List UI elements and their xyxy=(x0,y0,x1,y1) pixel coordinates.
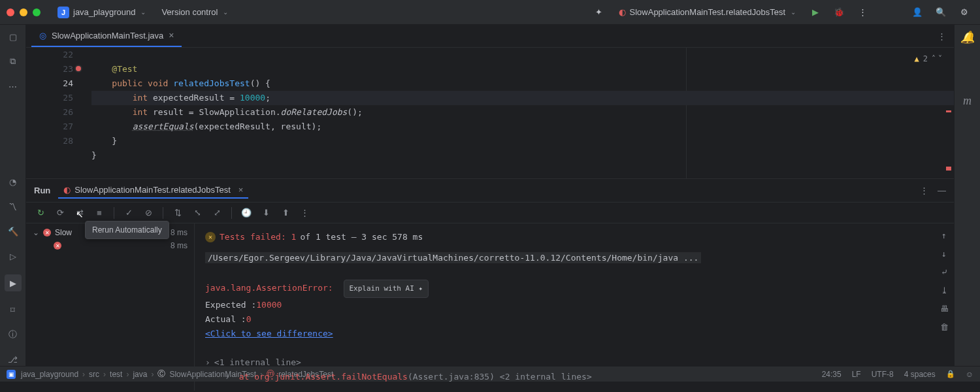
project-tool-icon[interactable]: ▢ xyxy=(7,30,20,43)
graph-tool-icon[interactable]: 〽 xyxy=(7,200,20,213)
close-tab-icon[interactable]: × xyxy=(238,185,244,195)
vcs-label: Version control xyxy=(161,7,218,17)
test-summary: ✕ Tests failed: 1 of 1 test – 3 sec 578 … xyxy=(205,230,943,244)
ai-assist-icon[interactable]: ✦ xyxy=(590,3,608,22)
editor-tab[interactable]: ◎ SlowApplicationMainTest.java × xyxy=(31,25,182,47)
test-tree-label: Slow xyxy=(55,228,72,237)
feedback-icon[interactable]: ☺ xyxy=(966,370,973,379)
scroll-up-icon[interactable]: ↑ xyxy=(938,230,950,242)
close-window[interactable] xyxy=(7,8,14,16)
maximize-window[interactable] xyxy=(33,8,41,16)
expand-all-icon[interactable]: ⤡ xyxy=(191,206,204,220)
rerun-failed-icon[interactable]: ⟳ xyxy=(54,206,67,220)
stop-icon[interactable]: ■ xyxy=(93,206,106,220)
tests-rest-text: of 1 test – 3 sec 578 ms xyxy=(300,230,423,244)
show-passed-icon[interactable]: ✓ xyxy=(122,206,135,220)
profiler-tool-icon[interactable]: ◔ xyxy=(7,175,20,188)
see-difference-link[interactable]: <Click to see difference> xyxy=(205,329,333,338)
run-tab-label: SlowApplicationMainTest.relatedJobsTest xyxy=(74,185,230,195)
test-fail-icon: ◐ xyxy=(63,185,71,195)
test-duration: 8 ms xyxy=(171,241,188,250)
project-selector[interactable]: J java_playground ⌄ xyxy=(52,4,151,21)
more-actions-icon[interactable]: ⋮ xyxy=(853,3,872,22)
print-icon[interactable]: 🖶 xyxy=(938,303,950,315)
code-editor[interactable]: ▲ 2 ˄˅ 22 23 24 25 26 27 28 @Test public… xyxy=(26,48,954,178)
more-tool-icon[interactable]: ⋯ xyxy=(7,80,20,93)
scroll-down-icon[interactable]: ↓ xyxy=(938,248,950,260)
breakpoint-icon[interactable] xyxy=(74,65,82,73)
terminal-tool-icon[interactable]: ⌑ xyxy=(7,303,20,316)
more-icon[interactable]: ⋮ xyxy=(299,206,312,220)
fail-badge-icon: ✕ xyxy=(205,232,216,242)
editor-gutter[interactable]: 22 23 24 25 26 27 28 xyxy=(26,48,85,178)
run-config-name: SlowApplicationMainTest.relatedJobsTest xyxy=(630,7,785,17)
close-tab-icon[interactable]: × xyxy=(169,30,174,41)
scroll-to-end-icon[interactable]: ⤓ xyxy=(938,285,950,297)
fail-status-icon: ✕ xyxy=(54,242,61,250)
settings-icon[interactable]: ⚙ xyxy=(955,3,973,22)
code-with-me-icon[interactable]: 👤 xyxy=(908,3,926,22)
tooltip: Rerun Automatically xyxy=(85,221,169,239)
title-bar: J java_playground ⌄ Version control ⌄ ✦ … xyxy=(0,0,980,25)
code-area[interactable]: @Test public void relatedJobsTest() { in… xyxy=(85,48,954,178)
tab-options-icon[interactable]: ⋮ xyxy=(938,31,946,41)
error-line: java.lang.AssertionError: Explain with A… xyxy=(205,280,943,298)
search-icon[interactable]: 🔍 xyxy=(932,3,950,22)
explain-ai-button[interactable]: Explain with AI ✦ xyxy=(344,280,429,298)
mouse-cursor: ↖ xyxy=(76,209,84,220)
test-tree[interactable]: ↖ Rerun Automatically ⌄ ✕ Slow 8 ms ✕ 8 … xyxy=(26,223,195,391)
window-controls xyxy=(7,8,41,16)
run-tool-icon[interactable]: ▶ xyxy=(5,274,22,291)
clear-icon[interactable]: 🗑 xyxy=(938,321,950,333)
collapse-all-icon[interactable]: ⤢ xyxy=(210,206,223,220)
actual-line: Actual :0 xyxy=(205,312,943,327)
run-tool-window: Run ◐ SlowApplicationMainTest.relatedJob… xyxy=(26,178,954,391)
fold-line[interactable]: ›<1 internal line> xyxy=(205,355,943,370)
run-panel-header: Run ◐ SlowApplicationMainTest.relatedJob… xyxy=(26,179,954,203)
hide-panel-icon[interactable]: — xyxy=(938,186,946,195)
rerun-icon[interactable]: ↻ xyxy=(34,206,47,220)
debug-button[interactable]: 🐞 xyxy=(830,3,848,22)
panel-options-icon[interactable]: ⋮ xyxy=(920,186,928,195)
expected-line: Expected :10000 xyxy=(205,298,943,312)
stack-line[interactable]: › at org.junit.Assert.failNotEquals(Asse… xyxy=(205,370,943,384)
editor-tab-bar: ◎ SlowApplicationMainTest.java × ⋮ xyxy=(26,25,954,48)
notifications-icon[interactable]: 🔔 xyxy=(960,30,975,44)
command-line: /Users/Egor.Sergeev/Library/Java/JavaVir… xyxy=(205,251,943,265)
run-panel-title: Run xyxy=(34,186,50,195)
git-tool-icon[interactable]: ⎇ xyxy=(7,353,20,366)
soft-wrap-icon[interactable]: ⤶ xyxy=(938,267,950,278)
module-icon: ▣ xyxy=(7,370,16,379)
vcs-menu[interactable]: Version control ⌄ xyxy=(156,5,233,20)
build-tool-icon[interactable]: 🔨 xyxy=(7,225,20,238)
right-tool-strip: 🔔 m xyxy=(954,25,980,366)
export-icon[interactable]: ⬆ xyxy=(279,206,292,220)
run-button[interactable]: ▶ xyxy=(806,3,825,22)
test-fail-icon: ◐ xyxy=(619,7,626,17)
chevron-down-icon: ⌄ xyxy=(791,8,796,16)
import-icon[interactable]: ⬇ xyxy=(259,206,272,220)
structure-tool-icon[interactable]: ⧉ xyxy=(7,55,20,68)
minimize-window[interactable] xyxy=(20,8,27,16)
maven-tool-icon[interactable]: m xyxy=(963,94,972,108)
fail-status-icon: ✕ xyxy=(43,229,51,237)
sort-icon[interactable]: ⇅ xyxy=(171,206,184,220)
chevron-down-icon: ⌄ xyxy=(223,8,228,16)
problems-tool-icon[interactable]: ⓘ xyxy=(7,328,20,341)
exception-class: java.lang.AssertionError: xyxy=(205,283,333,293)
console-side-icons: ↑ ↓ ⤶ ⤓ 🖶 🗑 xyxy=(938,230,950,333)
run-configuration-selector[interactable]: ◐ SlowApplicationMainTest.relatedJobsTes… xyxy=(613,5,801,20)
test-tree-item[interactable]: ✕ 8 ms xyxy=(26,239,194,252)
run-session-tab[interactable]: ◐ SlowApplicationMainTest.relatedJobsTes… xyxy=(58,182,248,199)
java-test-icon: ◎ xyxy=(39,31,46,41)
expand-icon[interactable]: ⌄ xyxy=(33,228,39,237)
test-duration: 8 ms xyxy=(171,228,188,237)
show-ignored-icon[interactable]: ⊘ xyxy=(142,206,155,220)
left-tool-strip: ▢ ⧉ ⋯ ◔ 〽 🔨 ▷ ▶ ⌑ ⓘ ⎇ xyxy=(0,25,26,366)
editor-tab-name: SlowApplicationMainTest.java xyxy=(52,31,163,41)
services-tool-icon[interactable]: ▷ xyxy=(7,250,20,263)
history-icon[interactable]: 🕘 xyxy=(240,206,253,220)
test-console[interactable]: ↑ ↓ ⤶ ⤓ 🖶 🗑 ✕ Tests failed: 1 of 1 test … xyxy=(195,223,954,391)
tests-failed-text: Tests failed: 1 xyxy=(220,230,296,244)
chevron-down-icon: ⌄ xyxy=(140,8,146,16)
